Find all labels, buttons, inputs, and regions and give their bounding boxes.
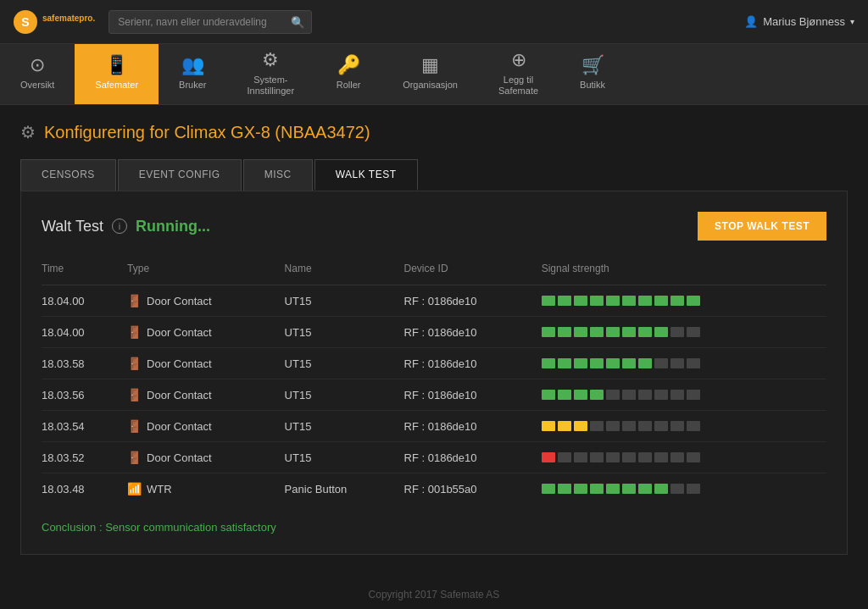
row-1-signal xyxy=(542,317,826,348)
signal-bar-9 xyxy=(687,358,700,368)
signal-bar-2 xyxy=(574,452,587,462)
signal-bar-9 xyxy=(687,484,700,494)
table-row: 18.03.58🚪Door ContactUT15RF : 0186de10 xyxy=(42,348,826,379)
butikk-nav-label: Butikk xyxy=(580,80,605,91)
tabs: CENSORSEVENT CONFIGMISCWALK TEST xyxy=(0,159,868,191)
nav-item-system-innstillinger[interactable]: ⚙System-Innstillinger xyxy=(227,44,315,104)
logo: S safematepro. xyxy=(14,10,95,34)
signal-bar-6 xyxy=(638,452,652,462)
signal-bar-1 xyxy=(558,452,571,462)
signal-bar-4 xyxy=(606,327,620,337)
row-3-device-id: RF : 0186de10 xyxy=(404,379,542,411)
row-2-name: UT15 xyxy=(285,348,404,379)
system-innstillinger-nav-icon: ⚙ xyxy=(262,49,279,71)
signal-bar-8 xyxy=(670,296,684,306)
signal-bar-6 xyxy=(638,296,652,306)
row-6-type-label: WTR xyxy=(147,483,172,496)
row-0-name: UT15 xyxy=(285,285,404,317)
nav-item-oversikt[interactable]: ⊙Oversikt xyxy=(0,44,75,104)
nav-item-bruker[interactable]: 👥Bruker xyxy=(159,44,226,104)
tab-event-config[interactable]: EVENT CONFIG xyxy=(118,159,242,191)
row-3-signal xyxy=(542,379,826,411)
nav-item-legg-til-safemate[interactable]: ⊕Legg tilSafemate xyxy=(478,44,559,104)
signal-bar-4 xyxy=(606,421,620,431)
signal-bar-7 xyxy=(654,327,668,337)
row-0-signal xyxy=(542,285,826,317)
signal-bar-2 xyxy=(574,421,587,431)
signal-bar-8 xyxy=(670,327,684,337)
nav-item-butikk[interactable]: 🛒Butikk xyxy=(559,44,626,104)
page-title-bar: ⚙ Konfigurering for Climax GX-8 (NBAA347… xyxy=(0,105,868,159)
table-row: 18.03.52🚪Door ContactUT15RF : 0186de10 xyxy=(42,442,826,473)
table-row: 18.03.54🚪Door ContactUT15RF : 0186de10 xyxy=(42,411,826,442)
signal-bar-7 xyxy=(654,484,668,494)
wifi-icon: 📶 xyxy=(127,482,142,496)
signal-bar-5 xyxy=(622,452,636,462)
row-5-device-id: RF : 0186de10 xyxy=(404,442,542,473)
table-row: 18.03.56🚪Door ContactUT15RF : 0186de10 xyxy=(42,379,826,411)
signal-bar-2 xyxy=(574,358,587,368)
door-contact-icon: 🚪 xyxy=(127,294,142,307)
signal-bar-2 xyxy=(574,296,587,306)
signal-bar-6 xyxy=(638,358,652,368)
row-5-name: UT15 xyxy=(285,442,404,473)
signal-bar-8 xyxy=(670,421,684,431)
signal-bar-5 xyxy=(622,390,636,400)
signal-bar-3 xyxy=(590,327,604,337)
door-contact-icon: 🚪 xyxy=(127,388,142,401)
signal-bar-0 xyxy=(542,452,555,462)
nav: ⊙Oversikt📱Safemater👥Bruker⚙System-Innsti… xyxy=(0,44,868,105)
row-4-type: 🚪Door Contact xyxy=(127,411,285,442)
nav-item-roller[interactable]: 🔑Roller xyxy=(314,44,382,104)
signal-bar-3 xyxy=(590,390,604,400)
row-2-device-id: RF : 0186de10 xyxy=(404,348,542,379)
signal-bar-8 xyxy=(670,452,684,462)
door-contact-icon: 🚪 xyxy=(127,451,142,464)
signal-bar-9 xyxy=(687,452,700,462)
safemater-nav-label: Safemater xyxy=(95,80,138,91)
oversikt-nav-icon: ⊙ xyxy=(30,54,45,76)
signal-bar-4 xyxy=(606,484,620,494)
row-2-type: 🚪Door Contact xyxy=(127,348,285,379)
signal-bar-3 xyxy=(590,452,604,462)
signal-bar-6 xyxy=(638,421,652,431)
row-3-type-label: Door Contact xyxy=(147,389,212,401)
nav-item-safemater[interactable]: 📱Safemater xyxy=(75,44,159,104)
signal-bar-7 xyxy=(654,421,668,431)
stop-walk-test-button[interactable]: STOP WALK TEST xyxy=(698,212,826,241)
door-contact-icon: 🚪 xyxy=(127,357,142,370)
row-2-signal xyxy=(542,348,826,379)
signal-bar-4 xyxy=(606,390,620,400)
col-header-device-id: Device ID xyxy=(404,257,542,285)
organisasjon-nav-icon: ▦ xyxy=(421,54,439,76)
col-header-time: Time xyxy=(42,257,127,285)
signal-bar-0 xyxy=(542,327,555,337)
tab-walk-test[interactable]: WALK TEST xyxy=(314,159,418,191)
table-row: 18.03.48📶WTRPanic ButtonRF : 001b55a0 xyxy=(42,473,826,505)
header: S safematepro. 🔍 👤 Marius Bjønness ▾ xyxy=(0,0,868,44)
row-6-type: 📶WTR xyxy=(127,473,285,505)
signal-bar-5 xyxy=(622,327,636,337)
signal-bar-4 xyxy=(606,452,620,462)
search-input[interactable] xyxy=(108,10,312,34)
walk-test-table: TimeTypeNameDevice IDSignal strength 18.… xyxy=(42,257,826,504)
signal-bar-8 xyxy=(670,484,684,494)
user-info: 👤 Marius Bjønness ▾ xyxy=(744,15,854,28)
user-dropdown-arrow[interactable]: ▾ xyxy=(850,17,854,26)
signal-bar-3 xyxy=(590,296,604,306)
signal-bar-7 xyxy=(654,452,668,462)
signal-bar-1 xyxy=(558,390,571,400)
signal-bar-7 xyxy=(654,390,668,400)
door-contact-icon: 🚪 xyxy=(127,325,142,339)
roller-nav-icon: 🔑 xyxy=(337,54,360,76)
tab-misc[interactable]: MISC xyxy=(243,159,313,191)
search-button[interactable]: 🔍 xyxy=(291,15,305,28)
main-content: Walt Test i Running... STOP WALK TEST Ti… xyxy=(20,191,848,555)
nav-item-organisasjon[interactable]: ▦Organisasjon xyxy=(382,44,478,104)
row-5-type-label: Door Contact xyxy=(147,451,212,464)
tab-censors[interactable]: CENSORS xyxy=(20,159,116,191)
info-icon[interactable]: i xyxy=(112,219,127,234)
row-6-time: 18.03.48 xyxy=(42,473,127,505)
signal-bar-0 xyxy=(542,421,555,431)
signal-bar-9 xyxy=(687,327,700,337)
